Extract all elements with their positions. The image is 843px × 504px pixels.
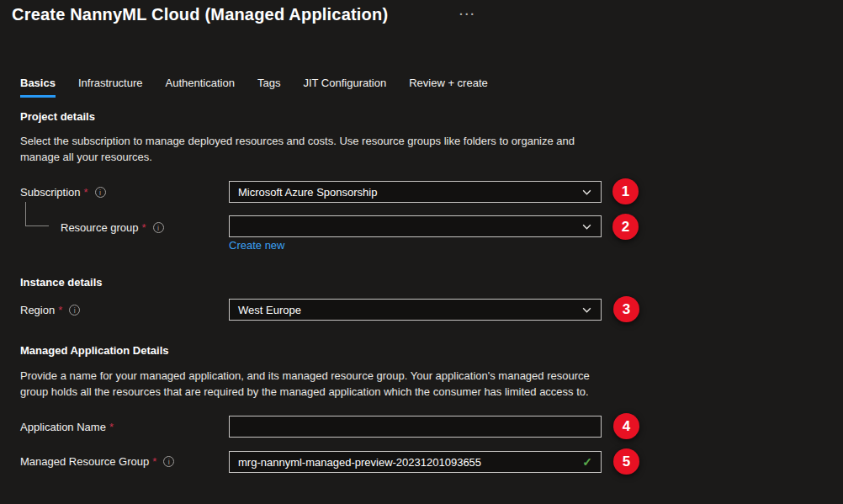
- tab-jit-configuration[interactable]: JIT Configuration: [303, 77, 386, 98]
- annotation-badge-1: 1: [612, 178, 639, 204]
- required-asterisk: *: [152, 455, 156, 468]
- managed-resource-group-label-text: Managed Resource Group: [20, 455, 149, 468]
- tab-review-create[interactable]: Review + create: [409, 77, 488, 98]
- create-new-link[interactable]: Create new: [229, 239, 284, 252]
- resource-group-dropdown[interactable]: [229, 215, 602, 237]
- application-name-input[interactable]: [238, 416, 592, 437]
- chevron-down-icon: [581, 221, 592, 232]
- region-dropdown[interactable]: West Europe: [229, 299, 602, 321]
- managed-app-details-description: Provide a name for your managed applicat…: [20, 368, 594, 400]
- instance-details-heading: Instance details: [20, 276, 103, 289]
- page-title: Create NannyML Cloud (Managed Applicatio…: [12, 5, 388, 24]
- chevron-down-icon: [581, 305, 592, 316]
- wizard-tabs: Basics Infrastructure Authentication Tag…: [20, 77, 488, 98]
- resource-group-label: Resource group*i: [61, 221, 164, 234]
- info-icon[interactable]: i: [153, 222, 164, 233]
- required-asterisk: *: [142, 221, 146, 234]
- subscription-label-text: Subscription: [20, 186, 81, 199]
- application-name-label-text: Application Name: [20, 421, 106, 433]
- annotation-badge-3: 3: [613, 296, 639, 322]
- resource-group-connector: [25, 202, 49, 226]
- info-icon[interactable]: i: [163, 456, 174, 467]
- subscription-label: Subscription*i: [20, 186, 106, 199]
- annotation-badge-2: 2: [612, 214, 639, 240]
- managed-resource-group-input[interactable]: [238, 452, 582, 472]
- tab-basics[interactable]: Basics: [20, 77, 56, 98]
- tab-infrastructure[interactable]: Infrastructure: [78, 77, 143, 98]
- valid-check-icon: ✓: [582, 455, 592, 469]
- managed-resource-group-label: Managed Resource Group*i: [20, 455, 174, 468]
- region-value: West Europe: [238, 304, 301, 316]
- annotation-badge-4: 4: [613, 413, 639, 439]
- subscription-dropdown[interactable]: Microsoft Azure Sponsorship: [229, 181, 602, 203]
- application-name-label: Application Name*: [20, 421, 114, 433]
- chevron-down-icon: [581, 187, 592, 198]
- region-label-text: Region: [20, 304, 55, 316]
- tab-authentication[interactable]: Authentication: [166, 77, 235, 98]
- application-name-field: [229, 416, 602, 438]
- subscription-value: Microsoft Azure Sponsorship: [238, 186, 377, 199]
- resource-group-label-text: Resource group: [61, 221, 139, 234]
- managed-app-details-heading: Managed Application Details: [20, 344, 169, 357]
- annotation-badge-5: 5: [613, 448, 639, 475]
- info-icon[interactable]: i: [95, 187, 106, 198]
- required-asterisk: *: [84, 186, 88, 199]
- project-details-description: Select the subscription to manage deploy…: [20, 133, 577, 165]
- more-options-icon[interactable]: ···: [459, 7, 476, 22]
- info-icon[interactable]: i: [69, 305, 80, 316]
- project-details-heading: Project details: [20, 110, 95, 123]
- managed-resource-group-field: ✓: [229, 451, 602, 473]
- required-asterisk: *: [109, 421, 114, 433]
- tab-tags[interactable]: Tags: [257, 77, 280, 98]
- required-asterisk: *: [58, 304, 62, 316]
- region-label: Region*i: [20, 304, 80, 316]
